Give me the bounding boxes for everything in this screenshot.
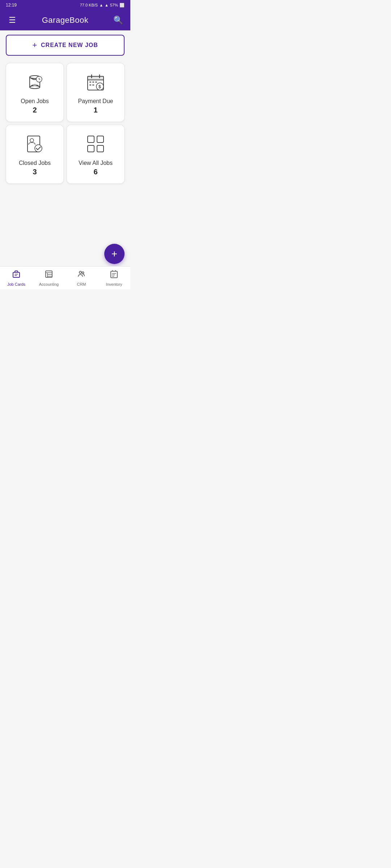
view-all-jobs-card[interactable]: View All Jobs 6 bbox=[67, 125, 125, 184]
svg-rect-24 bbox=[97, 145, 104, 152]
open-jobs-icon bbox=[23, 71, 46, 94]
nav-inventory[interactable]: Inventory bbox=[98, 267, 130, 289]
view-all-jobs-icon bbox=[84, 132, 107, 156]
open-jobs-label: Open Jobs bbox=[21, 98, 49, 105]
app-title: GarageBook bbox=[42, 16, 89, 25]
bottom-nav: Job Cards Accounting CRM bbox=[0, 266, 130, 289]
app-bar-actions: 🔍 bbox=[112, 14, 125, 27]
svg-rect-11 bbox=[89, 81, 91, 83]
fab-button[interactable]: + bbox=[104, 244, 125, 264]
closed-jobs-icon bbox=[23, 132, 46, 156]
battery-level: 57% bbox=[110, 3, 118, 7]
nav-accounting[interactable]: Accounting bbox=[33, 267, 65, 289]
svg-rect-22 bbox=[97, 136, 104, 142]
menu-button[interactable]: ☰ bbox=[6, 14, 19, 27]
search-icon: 🔍 bbox=[113, 16, 123, 25]
hourglass-svg bbox=[25, 72, 45, 92]
app-bar: ☰ GarageBook 🔍 bbox=[0, 10, 130, 30]
svg-point-33 bbox=[79, 271, 81, 273]
svg-rect-13 bbox=[95, 81, 97, 83]
job-cards-nav-icon bbox=[12, 270, 21, 281]
nav-crm-label: CRM bbox=[77, 282, 86, 286]
svg-text:$: $ bbox=[98, 84, 101, 89]
create-job-plus-icon: + bbox=[32, 41, 37, 50]
battery-icon: ⬜ bbox=[119, 3, 125, 8]
nav-job-cards[interactable]: Job Cards bbox=[0, 267, 33, 289]
search-button[interactable]: 🔍 bbox=[112, 14, 125, 27]
nav-crm[interactable]: CRM bbox=[65, 267, 98, 289]
svg-rect-23 bbox=[88, 145, 94, 152]
svg-rect-15 bbox=[92, 84, 94, 86]
payment-due-count: 1 bbox=[93, 106, 97, 114]
closed-jobs-card[interactable]: Closed Jobs 3 bbox=[6, 125, 64, 184]
network-speed: 77.0 KB/S bbox=[80, 3, 98, 7]
dashboard-grid: Open Jobs 2 $ P bbox=[0, 60, 130, 187]
fab-plus-icon: + bbox=[112, 248, 117, 260]
grid-svg bbox=[85, 134, 106, 154]
payment-due-card[interactable]: $ Payment Due 1 bbox=[67, 63, 125, 122]
status-icons: 77.0 KB/S ▲ ▲ 57% ⬜ bbox=[80, 3, 125, 8]
nav-inventory-label: Inventory bbox=[106, 282, 122, 286]
create-new-job-button[interactable]: + CREATE NEW JOB bbox=[6, 35, 125, 56]
wifi-icon: ▲ bbox=[99, 3, 103, 7]
svg-rect-25 bbox=[13, 272, 20, 277]
view-all-jobs-count: 6 bbox=[93, 168, 97, 176]
svg-point-34 bbox=[82, 272, 84, 273]
view-all-jobs-label: View All Jobs bbox=[79, 160, 113, 166]
create-job-label: CREATE NEW JOB bbox=[41, 42, 98, 48]
inventory-nav-icon bbox=[110, 270, 118, 281]
payment-due-label: Payment Due bbox=[78, 98, 113, 105]
closed-jobs-count: 3 bbox=[33, 168, 37, 176]
crm-nav-icon bbox=[77, 270, 86, 281]
nav-job-cards-label: Job Cards bbox=[7, 282, 25, 286]
signal-icon: ▲ bbox=[105, 3, 109, 7]
nav-accounting-label: Accounting bbox=[39, 282, 59, 286]
svg-rect-14 bbox=[89, 84, 91, 86]
document-check-svg bbox=[25, 134, 45, 154]
svg-rect-8 bbox=[88, 76, 104, 80]
closed-jobs-label: Closed Jobs bbox=[19, 160, 51, 166]
svg-rect-12 bbox=[92, 81, 94, 83]
open-jobs-count: 2 bbox=[33, 106, 37, 114]
menu-icon: ☰ bbox=[9, 16, 16, 25]
payment-due-icon: $ bbox=[84, 71, 107, 94]
open-jobs-card[interactable]: Open Jobs 2 bbox=[6, 63, 64, 122]
status-bar: 12:19 77.0 KB/S ▲ ▲ 57% ⬜ bbox=[0, 0, 130, 10]
status-time: 12:19 bbox=[6, 3, 17, 8]
svg-rect-21 bbox=[88, 136, 94, 142]
svg-point-19 bbox=[30, 139, 34, 142]
accounting-nav-icon bbox=[45, 270, 53, 281]
svg-rect-35 bbox=[111, 271, 117, 278]
calendar-dollar-svg: $ bbox=[85, 72, 106, 92]
